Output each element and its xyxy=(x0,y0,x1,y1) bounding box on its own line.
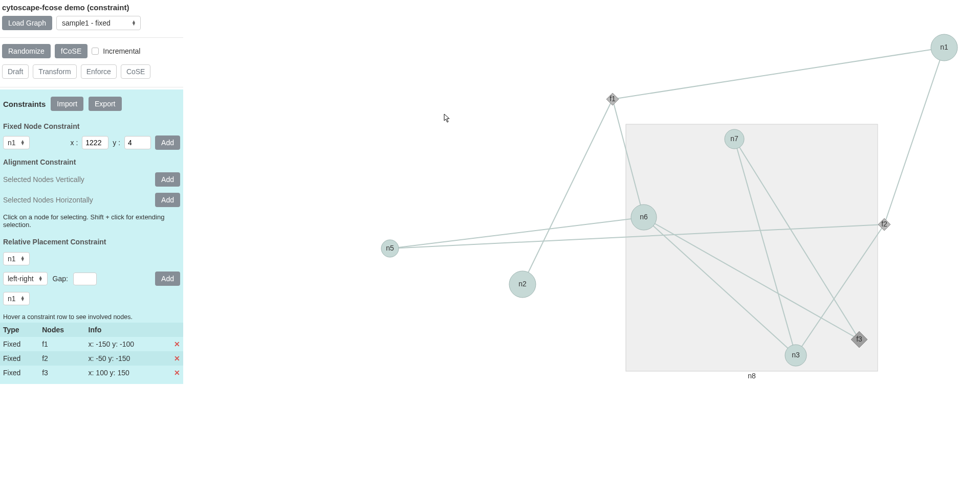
constraints-panel: Constraints Import Export Fixed Node Con… xyxy=(0,89,183,384)
align-hint: Click on a node for selecting. Shift + c… xyxy=(0,210,183,232)
load-graph-button[interactable]: Load Graph xyxy=(2,16,52,30)
cose-button[interactable]: CoSE xyxy=(121,64,151,79)
cell-nodes: f3 xyxy=(39,366,85,380)
delete-row-icon[interactable]: ✕ xyxy=(174,369,180,377)
gap-label: Gap: xyxy=(53,275,68,283)
enforce-button[interactable]: Enforce xyxy=(81,64,117,79)
rel-add-button[interactable]: Add xyxy=(155,271,180,286)
fcose-button[interactable]: fCoSE xyxy=(55,44,88,58)
fixed-add-button[interactable]: Add xyxy=(155,135,180,150)
edge[interactable] xyxy=(522,99,613,284)
x-label: x : xyxy=(71,139,78,147)
relative-constraint-title: Relative Placement Constraint xyxy=(0,232,183,249)
cell-info: x: -50 y: -150 xyxy=(85,351,171,366)
constraints-table: Type Nodes Info Fixed f1 x: -150 y: -100… xyxy=(0,323,183,380)
y-input[interactable] xyxy=(124,136,151,149)
alignment-constraint-title: Alignment Constraint xyxy=(0,152,183,169)
cell-nodes: f2 xyxy=(39,351,85,366)
fixed-node[interactable] xyxy=(878,218,890,231)
cell-nodes: f1 xyxy=(39,337,85,351)
graph-node[interactable] xyxy=(725,129,744,149)
fixed-node-select[interactable]: n1 ▲▼ xyxy=(3,136,30,149)
rel-node1-value: n1 xyxy=(8,255,16,263)
app-title: cytoscape-fcose demo (constraint) xyxy=(0,0,183,16)
incremental-label: Incremental xyxy=(103,47,140,55)
delete-row-icon[interactable]: ✕ xyxy=(174,354,180,363)
graph-node[interactable] xyxy=(785,345,807,366)
cell-type: Fixed xyxy=(0,337,39,351)
constraints-title: Constraints xyxy=(3,100,46,108)
x-input[interactable] xyxy=(82,136,108,149)
align-vert-add-button[interactable]: Add xyxy=(155,172,180,187)
compound-node[interactable] xyxy=(626,124,878,371)
rel-node2-select[interactable]: n1 ▲▼ xyxy=(3,292,30,305)
rel-node2-value: n1 xyxy=(8,295,16,303)
chevron-updown-icon: ▲▼ xyxy=(20,256,25,261)
incremental-checkbox[interactable] xyxy=(92,48,99,55)
fixed-constraint-title: Fixed Node Constraint xyxy=(0,116,183,133)
rel-direction-value: left-right xyxy=(8,275,34,283)
chevron-updown-icon: ▲▼ xyxy=(132,20,136,26)
graph-node[interactable] xyxy=(381,240,399,257)
cell-type: Fixed xyxy=(0,366,39,380)
sample-select-value: sample1 - fixed xyxy=(62,19,111,27)
chevron-updown-icon: ▲▼ xyxy=(20,140,25,145)
delete-row-icon[interactable]: ✕ xyxy=(174,340,180,348)
table-row[interactable]: Fixed f2 x: -50 y: -150 ✕ xyxy=(0,351,183,366)
align-horz-label: Selected Nodes Horizontally xyxy=(3,196,93,204)
th-nodes: Nodes xyxy=(39,323,85,337)
th-type: Type xyxy=(0,323,39,337)
cell-type: Fixed xyxy=(0,351,39,366)
chevron-updown-icon: ▲▼ xyxy=(20,296,25,301)
table-hint: Hover a constraint row to see involved n… xyxy=(0,308,183,323)
transform-button[interactable]: Transform xyxy=(33,64,76,79)
gap-input[interactable] xyxy=(73,273,97,285)
align-horz-add-button[interactable]: Add xyxy=(155,193,180,207)
table-row[interactable]: Fixed f3 x: 100 y: 150 ✕ xyxy=(0,366,183,380)
export-button[interactable]: Export xyxy=(89,97,121,111)
compound-label: n8 xyxy=(748,372,756,380)
draft-button[interactable]: Draft xyxy=(2,64,29,79)
y-label: y : xyxy=(113,139,120,147)
cell-info: x: -150 y: -100 xyxy=(85,337,171,351)
chevron-updown-icon: ▲▼ xyxy=(38,276,43,281)
cell-info: x: 100 y: 150 xyxy=(85,366,171,380)
align-vert-label: Selected Nodes Vertically xyxy=(3,175,84,184)
table-row[interactable]: Fixed f1 x: -150 y: -100 ✕ xyxy=(0,337,183,351)
fixed-node-value: n1 xyxy=(8,139,16,147)
edge[interactable] xyxy=(613,48,944,99)
graph-node[interactable] xyxy=(509,271,536,298)
graph-canvas[interactable]: n1n2n3n5n6n7f1f2f3n8 xyxy=(183,0,980,498)
import-button[interactable]: Import xyxy=(51,97,83,111)
randomize-button[interactable]: Randomize xyxy=(2,44,51,58)
rel-direction-select[interactable]: left-right ▲▼ xyxy=(3,272,48,285)
sample-select[interactable]: sample1 - fixed ▲▼ xyxy=(56,16,141,30)
graph-node[interactable] xyxy=(931,34,957,61)
graph-node[interactable] xyxy=(631,205,657,230)
rel-node1-select[interactable]: n1 ▲▼ xyxy=(3,252,30,265)
th-info: Info xyxy=(85,323,183,337)
edge[interactable] xyxy=(390,217,644,248)
fixed-node[interactable] xyxy=(606,93,619,105)
edge[interactable] xyxy=(884,48,944,224)
